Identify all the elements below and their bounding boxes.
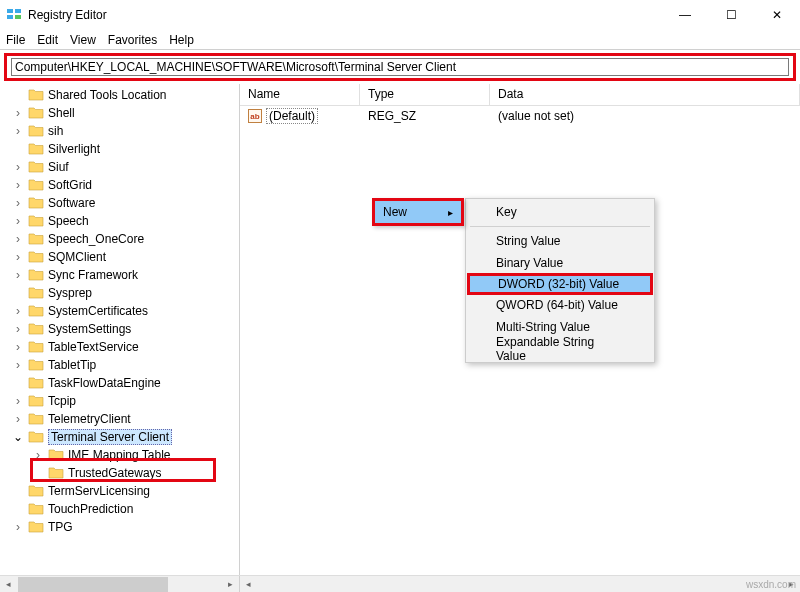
context-item[interactable]: Key	[468, 201, 652, 223]
expand-toggle[interactable]: ›	[8, 322, 28, 336]
tree-item[interactable]: ›Software	[0, 194, 239, 212]
context-submenu-new: New ▸	[372, 198, 464, 226]
folder-icon	[48, 466, 64, 480]
string-value-icon: ab	[248, 109, 262, 123]
context-item[interactable]: QWORD (64-bit) Value	[468, 294, 652, 316]
tree-item[interactable]: TrustedGateways	[0, 464, 239, 482]
tree-item-label: Terminal Server Client	[48, 429, 172, 445]
context-item[interactable]: Expandable String Value	[468, 338, 652, 360]
expand-toggle[interactable]: ›	[28, 448, 48, 462]
tree-item[interactable]: ›TabletTip	[0, 356, 239, 374]
tree-item[interactable]: ›TableTextService	[0, 338, 239, 356]
context-item[interactable]: String Value	[468, 230, 652, 252]
folder-icon	[28, 106, 44, 120]
context-item[interactable]: Binary Value	[468, 252, 652, 274]
scroll-right-button[interactable]: ▸	[222, 576, 239, 593]
tree-item[interactable]: ›Siuf	[0, 158, 239, 176]
expand-toggle[interactable]: ›	[8, 340, 28, 354]
svg-rect-3	[15, 15, 21, 19]
tree-item[interactable]: Sysprep	[0, 284, 239, 302]
expand-toggle[interactable]: ›	[8, 196, 28, 210]
column-data[interactable]: Data	[490, 84, 800, 105]
folder-icon	[28, 412, 44, 426]
value-data: (value not set)	[490, 109, 800, 123]
tree-panel[interactable]: Shared Tools Location›Shell›sihSilverlig…	[0, 84, 240, 581]
column-type[interactable]: Type	[360, 84, 490, 105]
details-scrollbar: ◂ ▸	[240, 576, 800, 592]
folder-icon	[28, 430, 44, 444]
tree-item[interactable]: ›SQMClient	[0, 248, 239, 266]
tree-item[interactable]: ›TPG	[0, 518, 239, 536]
tree-item[interactable]: ›IME Mapping Table	[0, 446, 239, 464]
tree-item[interactable]: ›Tcpip	[0, 392, 239, 410]
tree-item[interactable]: TaskFlowDataEngine	[0, 374, 239, 392]
maximize-button[interactable]: ☐	[708, 0, 754, 30]
tree-item-label: Sysprep	[48, 286, 92, 300]
tree-item-label: SoftGrid	[48, 178, 92, 192]
tree-item-label: Tcpip	[48, 394, 76, 408]
tree-item[interactable]: ›Shell	[0, 104, 239, 122]
tree-item-label: Speech	[48, 214, 89, 228]
value-row[interactable]: ab (Default) REG_SZ (value not set)	[240, 106, 800, 126]
folder-icon	[28, 232, 44, 246]
minimize-button[interactable]: —	[662, 0, 708, 30]
tree-item[interactable]: ›Speech_OneCore	[0, 230, 239, 248]
tree-item[interactable]: ⌄Terminal Server Client	[0, 428, 239, 446]
expand-toggle[interactable]: ›	[8, 214, 28, 228]
window-controls: — ☐ ✕	[662, 0, 800, 30]
expand-toggle[interactable]: ›	[8, 106, 28, 120]
tree-item[interactable]: TouchPrediction	[0, 500, 239, 518]
tree-item[interactable]: ›SystemSettings	[0, 320, 239, 338]
details-header: Name Type Data	[240, 84, 800, 106]
tree-item[interactable]: ›sih	[0, 122, 239, 140]
tree-item-label: SystemSettings	[48, 322, 131, 336]
close-button[interactable]: ✕	[754, 0, 800, 30]
folder-icon	[28, 304, 44, 318]
expand-toggle[interactable]: ›	[8, 232, 28, 246]
tree-item[interactable]: TermServLicensing	[0, 482, 239, 500]
menu-favorites[interactable]: Favorites	[108, 33, 157, 47]
context-item[interactable]: DWORD (32-bit) Value	[467, 273, 653, 295]
tree-item-label: Siuf	[48, 160, 69, 174]
folder-icon	[48, 448, 64, 462]
expand-toggle[interactable]: ⌄	[8, 430, 28, 444]
tree-item-label: Sync Framework	[48, 268, 138, 282]
tree-item-label: Speech_OneCore	[48, 232, 144, 246]
menu-edit[interactable]: Edit	[37, 33, 58, 47]
folder-icon	[28, 322, 44, 336]
tree-item-label: TPG	[48, 520, 73, 534]
menu-help[interactable]: Help	[169, 33, 194, 47]
expand-toggle[interactable]: ›	[8, 178, 28, 192]
folder-icon	[28, 358, 44, 372]
tree-item[interactable]: ›SystemCertificates	[0, 302, 239, 320]
expand-toggle[interactable]: ›	[8, 394, 28, 408]
expand-toggle[interactable]: ›	[8, 412, 28, 426]
tree-item-label: TabletTip	[48, 358, 96, 372]
context-item-new[interactable]: New ▸	[375, 201, 461, 223]
column-name[interactable]: Name	[240, 84, 360, 105]
menu-view[interactable]: View	[70, 33, 96, 47]
tree-item[interactable]: Shared Tools Location	[0, 86, 239, 104]
tree-item[interactable]: ›SoftGrid	[0, 176, 239, 194]
tree-item[interactable]: ›TelemetryClient	[0, 410, 239, 428]
address-bar[interactable]: Computer\HKEY_LOCAL_MACHINE\SOFTWARE\Mic…	[11, 58, 789, 76]
scroll-left-button[interactable]: ◂	[0, 576, 17, 593]
scroll-left-button[interactable]: ◂	[240, 576, 257, 593]
tree-item[interactable]: ›Sync Framework	[0, 266, 239, 284]
value-name: (Default)	[266, 108, 318, 124]
expand-toggle[interactable]: ›	[8, 124, 28, 138]
expand-toggle[interactable]: ›	[8, 160, 28, 174]
tree-item[interactable]: ›Speech	[0, 212, 239, 230]
folder-icon	[28, 214, 44, 228]
folder-icon	[28, 502, 44, 516]
expand-toggle[interactable]: ›	[8, 358, 28, 372]
expand-toggle[interactable]: ›	[8, 250, 28, 264]
context-menu: KeyString ValueBinary ValueDWORD (32-bit…	[465, 198, 655, 363]
svg-rect-0	[7, 9, 13, 13]
menu-file[interactable]: File	[6, 33, 25, 47]
tree-item[interactable]: Silverlight	[0, 140, 239, 158]
expand-toggle[interactable]: ›	[8, 268, 28, 282]
expand-toggle[interactable]: ›	[8, 304, 28, 318]
expand-toggle[interactable]: ›	[8, 520, 28, 534]
scroll-thumb[interactable]	[18, 577, 168, 592]
